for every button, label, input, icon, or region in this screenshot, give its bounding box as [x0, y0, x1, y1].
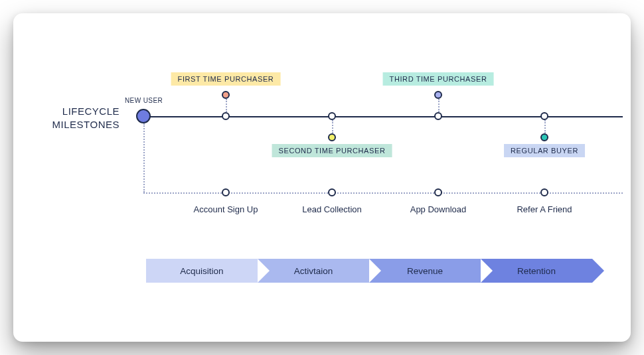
milestone-stem-second [332, 120, 333, 133]
event-label-refer: Refer A Friend [517, 204, 572, 214]
milestone-node-third [434, 112, 442, 120]
event-label-download: App Download [410, 204, 467, 214]
stage-label-activation: Activtaion [258, 259, 369, 283]
stage-activation: Activtaion [258, 259, 381, 283]
milestone-stem-regular [544, 120, 546, 133]
milestone-tag-third: THIRD TIME PURCHASER [383, 72, 494, 86]
event-node-download [434, 188, 442, 196]
diagram-stage: LIFECYCLE MILESTONES NEW USER FIRST TIME… [13, 13, 631, 342]
bottom-track [143, 192, 623, 194]
start-dot [136, 109, 151, 123]
start-drop [143, 123, 145, 192]
milestone-stem-first [226, 99, 227, 112]
milestone-tag-first: FIRST TIME PURCHASER [171, 72, 281, 86]
stage-label-revenue: Revenue [369, 259, 481, 283]
chevron-right-icon [592, 259, 604, 283]
title-line-1: LIFECYCLE [62, 106, 120, 117]
milestone-tag-regular: REGULAR BUYER [504, 144, 585, 157]
stage-chevrons: AcquisitionActivtaionRevenueRetention [146, 259, 592, 283]
stage-label-acquisition: Acquisition [146, 259, 258, 283]
event-label-lead: Lead Collection [302, 204, 362, 214]
start-label: NEW USER [125, 97, 163, 104]
milestone-tag-second: SECOND TIME PURCHASER [272, 144, 392, 157]
event-node-lead [328, 188, 336, 196]
event-label-signup: Account Sign Up [194, 204, 258, 214]
stage-acquisition: Acquisition [146, 259, 270, 283]
stage-retention: Retention [481, 259, 604, 283]
milestone-dot-second [328, 133, 336, 141]
timeline-axis [150, 116, 623, 117]
title-line-2: MILESTONES [52, 119, 120, 130]
milestone-dot-third [434, 91, 442, 99]
event-node-signup [222, 188, 230, 196]
event-node-refer [540, 188, 548, 196]
milestone-node-second [328, 112, 336, 120]
milestone-stem-third [438, 99, 440, 112]
milestone-node-regular [540, 112, 548, 120]
stage-label-retention: Retention [481, 259, 592, 283]
diagram-title: LIFECYCLE MILESTONES [40, 105, 120, 131]
stage-revenue: Revenue [369, 259, 493, 283]
milestone-dot-regular [540, 133, 548, 141]
milestone-node-first [222, 112, 230, 120]
diagram-card: LIFECYCLE MILESTONES NEW USER FIRST TIME… [13, 13, 631, 342]
milestone-dot-first [222, 91, 230, 99]
